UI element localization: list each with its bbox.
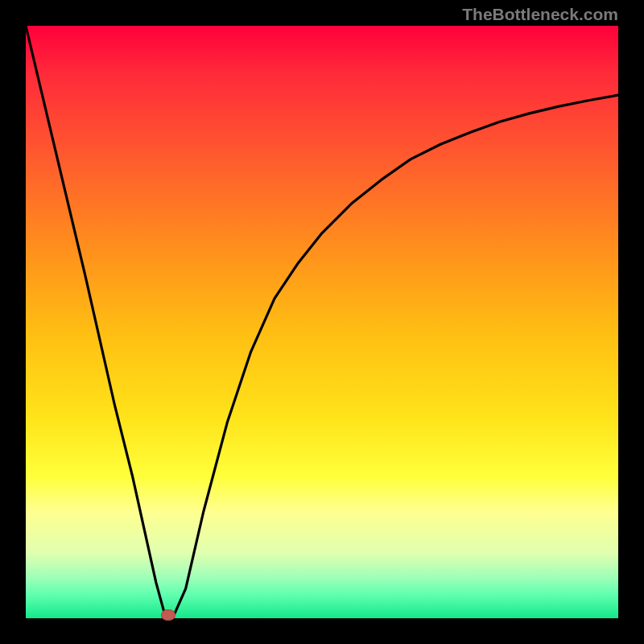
chart-frame: TheBottleneck.com (0, 0, 644, 644)
chart-plot-area (26, 26, 618, 618)
min-marker-icon (161, 609, 175, 621)
source-watermark: TheBottleneck.com (462, 5, 618, 24)
